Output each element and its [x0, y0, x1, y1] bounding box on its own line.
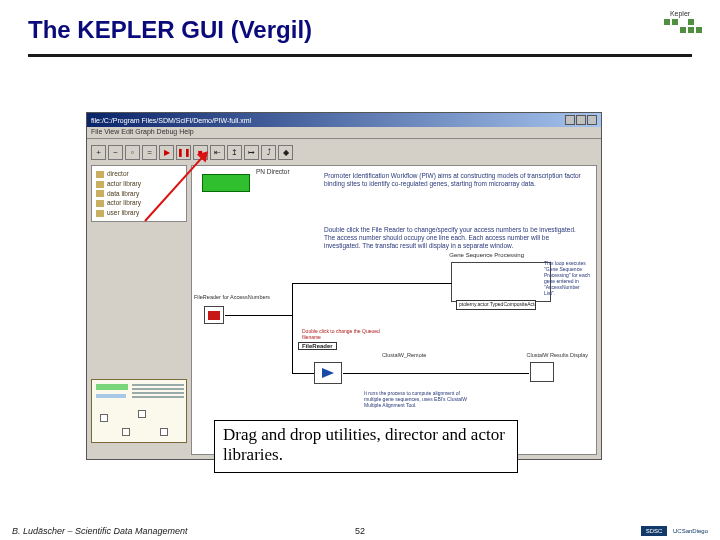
folder-icon [208, 311, 220, 320]
sidebar-item[interactable]: actor library [94, 198, 184, 208]
clustalw-results-block[interactable] [530, 362, 554, 382]
clustalw-results-label: ClustalW Results Display [527, 352, 588, 358]
pn-director-label: PN Director [256, 168, 290, 175]
flag-icon [322, 368, 334, 378]
filereader-block[interactable] [204, 306, 224, 324]
window-menubar[interactable]: File View Edit Graph Debug Help [87, 127, 601, 139]
close-icon[interactable] [587, 115, 597, 125]
window-titlebar: file:/C:/Program Files/SDM/SciFl/Demo/PI… [87, 113, 601, 127]
filereader-caption: FileReader [298, 342, 337, 350]
overview-thumbnail[interactable] [91, 379, 187, 443]
title-rule [28, 54, 692, 57]
filereader-label: FileReader for AccessNumbers [194, 294, 270, 300]
wire [292, 283, 293, 316]
pause-icon[interactable]: ❚❚ [176, 145, 191, 160]
step-back-icon[interactable]: ⇤ [210, 145, 225, 160]
sidebar-item[interactable]: director [94, 169, 184, 179]
footer: B. Ludäscher – Scientific Data Managemen… [12, 526, 708, 536]
pn-director-block[interactable] [202, 174, 250, 192]
callout-text: Drag and drop utilities, director and ac… [223, 425, 509, 466]
workflow-description-2: Double click the File Reader to change/s… [324, 226, 586, 250]
zoom-in-icon[interactable]: + [91, 145, 106, 160]
sidebar-item[interactable]: user library [94, 208, 184, 218]
slide-title: The KEPLER GUI (Vergil) [28, 16, 692, 54]
maximize-icon[interactable] [576, 115, 586, 125]
cycle-icon[interactable]: ◆ [278, 145, 293, 160]
gsp-label: Gene Sequence Processing [449, 252, 524, 258]
step-up-icon[interactable]: ↥ [227, 145, 242, 160]
gsp-block[interactable] [451, 262, 551, 302]
step-out-icon[interactable]: ⤴ [261, 145, 276, 160]
gsp-note: This loop executes "Gene Sequence Proces… [544, 260, 590, 296]
window-title-text: file:/C:/Program Files/SDM/SciFl/Demo/PI… [91, 117, 251, 124]
sdsc-logo: SDSC [641, 526, 667, 536]
workflow-canvas[interactable]: PN Director Promoter Identification Work… [191, 165, 597, 455]
zoom-fit-icon[interactable]: ▫ [125, 145, 140, 160]
callout-box: Drag and drop utilities, director and ac… [214, 420, 518, 473]
kepler-logo: Kepler [658, 10, 702, 40]
zoom-out-icon[interactable]: − [108, 145, 123, 160]
step-over-icon[interactable]: ↦ [244, 145, 259, 160]
wire [292, 315, 293, 373]
kepler-logo-label: Kepler [658, 10, 702, 17]
sidebar-item[interactable]: actor library [94, 179, 184, 189]
wire [292, 283, 452, 284]
page-number: 52 [355, 526, 365, 536]
library-sidebar: director actor library data library acto… [91, 165, 187, 222]
workflow-description-1: Promoter Identification Workflow (PIW) a… [324, 172, 586, 188]
wire [292, 373, 314, 374]
play-icon[interactable]: ▶ [159, 145, 174, 160]
clustalw-block[interactable] [314, 362, 342, 384]
type-stamp: ptolemy.actor.TypedCompositeActor [456, 300, 536, 310]
footer-author: B. Ludäscher – Scientific Data Managemen… [12, 526, 188, 536]
filereader-note: Double click to change the Queued filena… [302, 328, 382, 340]
clustalw-label: ClustalW_Remote [382, 352, 426, 358]
wire [343, 373, 529, 374]
clustalw-note: It runs the process to compute alignment… [364, 390, 474, 408]
app-window: file:/C:/Program Files/SDM/SciFl/Demo/PI… [86, 112, 602, 460]
zoom-reset-icon[interactable]: = [142, 145, 157, 160]
wire [225, 315, 293, 316]
minimize-icon[interactable] [565, 115, 575, 125]
toolbar: + − ▫ = ▶ ❚❚ ■ ⇤ ↥ ↦ ⤴ ◆ [91, 143, 293, 161]
ucsd-logo: UCSanDiego [673, 528, 708, 534]
